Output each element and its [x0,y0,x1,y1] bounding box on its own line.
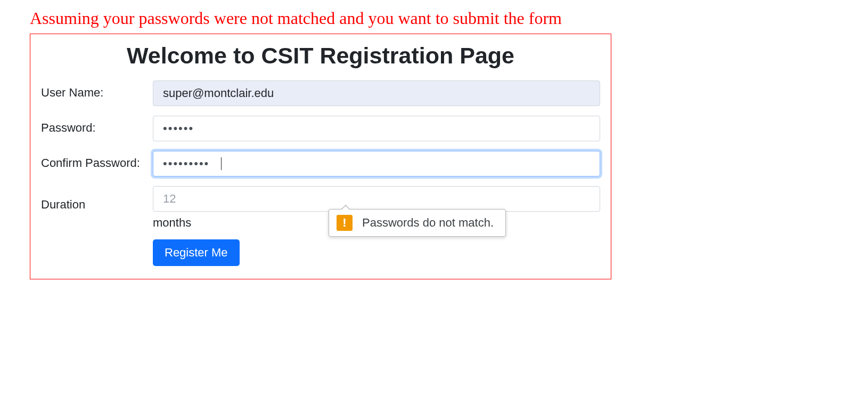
duration-input[interactable] [153,186,600,212]
row-submit: Register Me [41,239,600,266]
username-label: User Name: [41,81,153,101]
instruction-text: Assuming your passwords were not matched… [0,0,868,34]
username-input[interactable] [153,81,600,106]
submit-spacer [41,239,153,244]
text-caret [221,157,222,170]
confirm-password-label: Confirm Password: [41,151,153,171]
row-confirm-password: Confirm Password: [41,151,600,176]
page-title: Welcome to CSIT Registration Page [41,43,600,69]
row-duration: Duration months [41,186,600,230]
row-password: Password: [41,116,600,141]
password-label: Password: [41,116,153,136]
registration-form-container: Welcome to CSIT Registration Page User N… [30,34,611,279]
duration-help-text: months [153,216,600,230]
password-input[interactable] [153,116,600,141]
confirm-password-input[interactable] [153,151,600,176]
row-username: User Name: [41,81,600,106]
duration-label: Duration [41,186,153,213]
register-button[interactable]: Register Me [153,239,240,266]
